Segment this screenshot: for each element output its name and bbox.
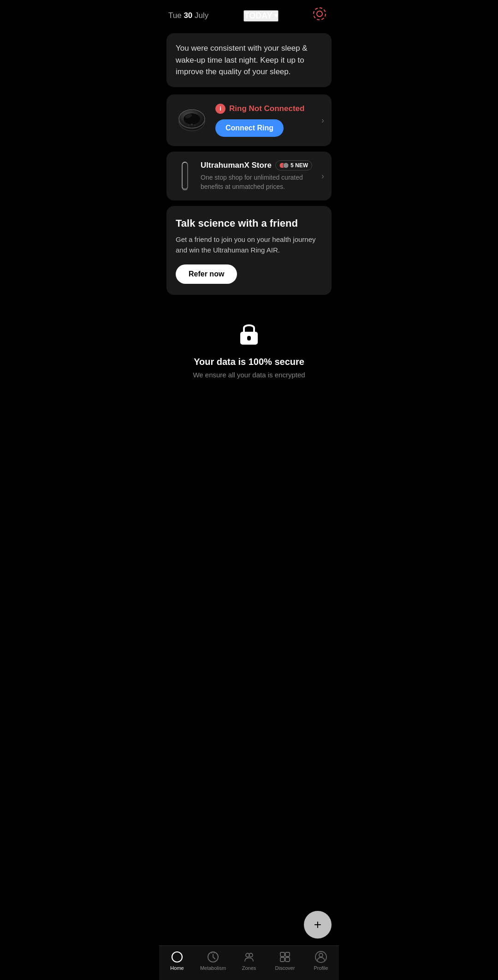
referral-description: Get a friend to join you on your health …: [176, 235, 322, 255]
header-date: Tue 30 July: [168, 11, 208, 20]
app-header: Tue 30 July TODAY ▾: [159, 0, 339, 29]
profile-nav-label: Profile: [314, 965, 328, 971]
settings-button[interactable]: [313, 7, 330, 24]
ring-connection-card[interactable]: i Ring Not Connected Connect Ring ›: [166, 94, 332, 146]
ring-card-chevron-icon: ›: [321, 115, 324, 125]
ring-status-row: i Ring Not Connected: [215, 104, 322, 114]
security-section: Your data is 100% secure We ensure all y…: [159, 302, 339, 388]
bottom-navigation: Home Metabolism Zones: [159, 945, 339, 980]
svg-rect-20: [280, 957, 285, 962]
nav-item-zones[interactable]: Zones: [235, 951, 263, 971]
discover-nav-label: Discover: [275, 965, 295, 971]
referral-card: Talk science with a friend Get a friend …: [166, 206, 332, 295]
security-title: Your data is 100% secure: [194, 357, 304, 367]
store-title: UltrahumanX Store: [201, 161, 272, 170]
svg-rect-18: [280, 952, 285, 957]
settings-ring-icon: [313, 7, 326, 20]
store-new-badge: 5 NEW: [275, 160, 312, 170]
zones-icon: [243, 951, 255, 963]
svg-point-11: [283, 163, 289, 168]
svg-rect-13: [247, 336, 251, 340]
lock-icon: [237, 321, 261, 350]
nav-item-home[interactable]: Home: [163, 951, 191, 971]
today-label: TODAY: [244, 11, 273, 21]
fab-button[interactable]: +: [304, 911, 332, 939]
svg-point-9: [183, 188, 187, 190]
nav-item-discover[interactable]: Discover: [271, 951, 299, 971]
date-prefix: Tue: [168, 11, 184, 20]
home-nav-label: Home: [170, 965, 184, 971]
sleep-insight-text: You were consistent with your sleep & wa…: [176, 42, 322, 78]
refer-now-button[interactable]: Refer now: [176, 264, 237, 284]
store-title-row: UltrahumanX Store 5 NEW: [201, 160, 322, 170]
info-icon: i: [215, 104, 225, 114]
discover-icon: [279, 951, 291, 963]
nav-item-metabolism[interactable]: Metabolism: [199, 951, 227, 971]
svg-rect-19: [285, 952, 290, 957]
home-icon: [171, 951, 184, 963]
nav-item-profile[interactable]: Profile: [307, 951, 335, 971]
store-info: UltrahumanX Store 5 NEW One stop shop fo…: [201, 160, 322, 191]
zones-nav-label: Zones: [242, 965, 256, 971]
date-day: 30: [184, 11, 192, 20]
today-button[interactable]: TODAY ▾: [243, 10, 279, 22]
metabolism-icon: [207, 951, 219, 963]
metabolism-nav-label: Metabolism: [200, 965, 226, 971]
svg-point-5: [195, 124, 196, 126]
ring-image: [176, 104, 208, 136]
svg-point-22: [319, 953, 323, 957]
ring-info: i Ring Not Connected Connect Ring: [215, 104, 322, 137]
referral-title: Talk science with a friend: [176, 217, 322, 230]
store-device-image: [176, 160, 194, 192]
svg-rect-8: [183, 163, 187, 189]
date-rest: July: [192, 11, 208, 20]
store-description: One stop shop for unlimited curated bene…: [201, 173, 322, 191]
sleep-insight-card: You were consistent with your sleep & wa…: [166, 33, 332, 87]
svg-point-3: [191, 123, 193, 125]
today-chevron-icon: ▾: [274, 12, 278, 19]
store-card-chevron-icon: ›: [321, 171, 324, 181]
store-card[interactable]: UltrahumanX Store 5 NEW One stop shop fo…: [166, 152, 332, 200]
security-description: We ensure all your data is encrypted: [193, 371, 305, 379]
svg-point-4: [188, 124, 190, 126]
profile-icon: [314, 951, 327, 963]
svg-rect-21: [285, 957, 290, 962]
connect-ring-button[interactable]: Connect Ring: [215, 119, 284, 137]
svg-point-14: [172, 952, 182, 962]
ring-not-connected-label: Ring Not Connected: [229, 104, 304, 113]
